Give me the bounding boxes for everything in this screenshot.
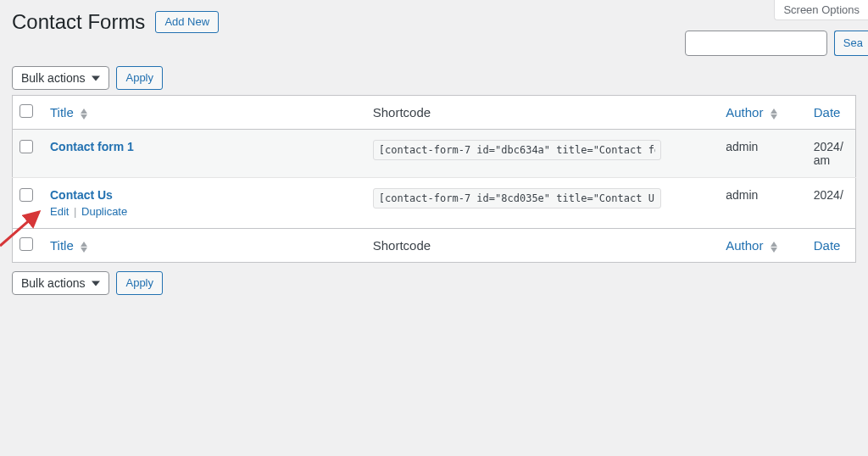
svg-marker-3 xyxy=(771,114,777,120)
screen-options-button[interactable]: Screen Options xyxy=(774,0,868,20)
select-all-checkbox-top[interactable] xyxy=(19,104,33,118)
table-row: Contact form 1admin2024/am xyxy=(13,130,856,178)
sort-icon xyxy=(81,108,87,120)
bulk-actions-select[interactable]: Bulk actions xyxy=(12,66,109,90)
row-title-link[interactable]: Contact Us xyxy=(50,188,113,202)
contact-forms-table: Title Shortcode Author Date xyxy=(12,95,856,263)
add-new-button[interactable]: Add New xyxy=(155,11,219,33)
bulk-actions-select-bottom[interactable]: Bulk actions xyxy=(12,271,109,295)
row-checkbox[interactable] xyxy=(19,188,33,202)
date-text-sub: am xyxy=(814,153,847,167)
row-title-link[interactable]: Contact form 1 xyxy=(50,140,134,153)
column-header-author[interactable]: Author xyxy=(717,96,805,130)
svg-marker-1 xyxy=(81,114,87,120)
column-footer-shortcode: Shortcode xyxy=(364,229,717,263)
svg-marker-6 xyxy=(771,242,777,247)
svg-marker-7 xyxy=(771,247,777,253)
sort-icon xyxy=(771,108,777,120)
edit-link[interactable]: Edit xyxy=(50,205,69,218)
svg-marker-4 xyxy=(81,242,87,247)
date-text: 2024/ xyxy=(814,188,847,202)
column-footer-author[interactable]: Author xyxy=(717,229,805,263)
table-row: Contact UsEdit | Duplicateadmin2024/ xyxy=(13,178,856,229)
search-button[interactable]: Sea xyxy=(834,31,868,56)
svg-marker-2 xyxy=(771,108,777,114)
column-header-title[interactable]: Title xyxy=(42,96,364,130)
row-actions: Edit | Duplicate xyxy=(50,202,356,218)
row-checkbox[interactable] xyxy=(19,140,33,153)
shortcode-field[interactable] xyxy=(373,140,661,160)
apply-button-top[interactable]: Apply xyxy=(116,66,163,90)
apply-button-bottom[interactable]: Apply xyxy=(116,271,163,295)
sort-icon xyxy=(771,242,777,253)
select-all-checkbox-bottom[interactable] xyxy=(19,237,33,251)
duplicate-link[interactable]: Duplicate xyxy=(81,205,127,218)
author-text: admin xyxy=(726,188,758,202)
shortcode-field[interactable] xyxy=(373,188,661,209)
svg-marker-0 xyxy=(81,108,87,114)
column-header-date[interactable]: Date xyxy=(805,96,856,130)
sort-icon xyxy=(81,242,87,253)
date-text: 2024/ xyxy=(814,140,847,153)
page-title: Contact Forms xyxy=(12,10,145,34)
search-input[interactable] xyxy=(685,31,827,56)
column-footer-title[interactable]: Title xyxy=(42,229,364,263)
column-header-shortcode: Shortcode xyxy=(364,96,717,130)
column-footer-date[interactable]: Date xyxy=(805,229,856,263)
svg-marker-5 xyxy=(81,247,87,253)
author-text: admin xyxy=(726,140,758,153)
